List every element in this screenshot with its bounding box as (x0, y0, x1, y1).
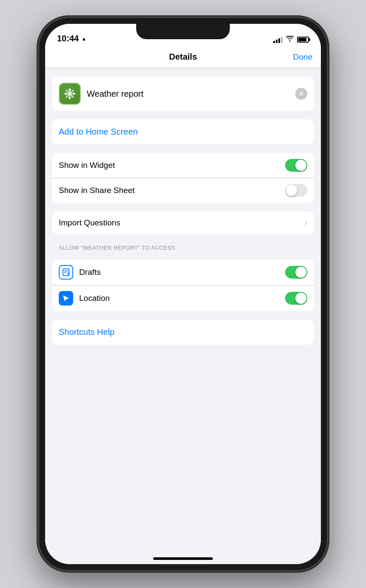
location-toggle[interactable] (285, 292, 307, 305)
phone-outer: 10:44 ▲ (0, 0, 366, 588)
toggles-section: Show in Widget Show in Share Sheet (52, 153, 314, 203)
content-area: Details Done (45, 46, 321, 564)
battery-icon (297, 37, 309, 43)
add-home-row[interactable]: Add to Home Screen (52, 119, 314, 144)
status-time: 10:44 ▲ (57, 34, 86, 43)
location-arrow-icon: ▲ (81, 36, 86, 42)
chevron-right-icon: › (305, 219, 307, 228)
home-indicator[interactable] (153, 557, 213, 560)
svg-rect-14 (64, 272, 66, 273)
drafts-toggle[interactable] (285, 266, 307, 279)
wifi-icon (286, 36, 294, 43)
import-questions-section: Import Questions › (52, 211, 314, 234)
location-left: Location (59, 291, 110, 306)
show-in-share-sheet-row: Show in Share Sheet (52, 178, 314, 203)
drafts-label: Drafts (79, 268, 101, 277)
snowflake-icon (64, 88, 76, 100)
battery-fill (298, 38, 306, 41)
location-toggle-thumb (295, 293, 306, 304)
drafts-access-row: Drafts (52, 259, 314, 285)
svg-rect-13 (64, 271, 68, 271)
access-section: Drafts (52, 259, 314, 311)
location-arrow-icon (62, 294, 70, 302)
weather-app-icon[interactable] (59, 83, 81, 105)
drafts-left: Drafts (59, 265, 101, 280)
location-label: Location (79, 294, 110, 303)
page-header: Details Done (45, 46, 321, 68)
weather-report-name: Weather report (87, 89, 289, 99)
notch (136, 24, 230, 39)
show-in-widget-row: Show in Widget (52, 153, 314, 178)
clear-button[interactable]: ✕ (295, 88, 307, 100)
toggle-thumb (295, 160, 306, 171)
import-questions-label: Import Questions (59, 218, 120, 228)
drafts-app-icon (62, 268, 70, 277)
show-in-share-sheet-label: Show in Share Sheet (59, 186, 135, 195)
location-icon (59, 291, 73, 306)
import-questions-row[interactable]: Import Questions › (52, 211, 314, 234)
access-section-label: ALLOW "WEATHER REPORT" TO ACCESS (45, 245, 321, 251)
phone-screen: 10:44 ▲ (45, 24, 321, 564)
close-icon: ✕ (299, 90, 304, 97)
shortcuts-help-label[interactable]: Shortcuts Help (59, 327, 114, 337)
page-title: Details (75, 52, 291, 62)
show-in-widget-toggle[interactable] (285, 159, 307, 172)
shortcuts-help-section: Shortcuts Help (52, 320, 314, 345)
done-button[interactable]: Done (291, 52, 312, 62)
weather-report-row: Weather report ✕ (52, 77, 314, 111)
shortcuts-help-row[interactable]: Shortcuts Help (52, 320, 314, 345)
weather-report-section: Weather report ✕ (52, 77, 314, 111)
time-display: 10:44 (57, 34, 79, 43)
status-icons (273, 36, 309, 43)
drafts-toggle-thumb (295, 267, 306, 278)
show-in-share-sheet-toggle[interactable] (285, 184, 307, 197)
show-in-widget-label: Show in Widget (59, 161, 115, 170)
signal-icon (273, 36, 283, 43)
add-home-section: Add to Home Screen (52, 119, 314, 144)
add-home-label[interactable]: Add to Home Screen (59, 127, 138, 136)
drafts-icon (59, 265, 73, 280)
location-access-row: Location (52, 285, 314, 311)
phone-frame: 10:44 ▲ (38, 17, 328, 571)
toggle-thumb-2 (286, 185, 297, 196)
